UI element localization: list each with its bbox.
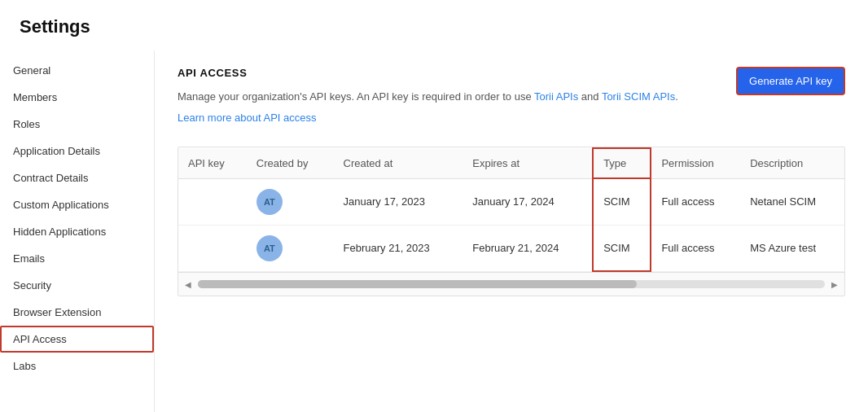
cell-description: MS Azure test (740, 225, 844, 271)
cell-created-at: January 17, 2023 (334, 178, 463, 225)
cell-created-by: AT (247, 178, 334, 225)
sidebar-item-roles[interactable]: Roles (0, 111, 154, 138)
scroll-left-arrow[interactable]: ◀ (178, 276, 198, 292)
sidebar-item-custom-applications[interactable]: Custom Applications (0, 191, 154, 218)
col-description: Description (740, 148, 844, 178)
section-title: API ACCESS (178, 67, 720, 79)
api-keys-table-wrapper: API key Created by Created at Expires at… (178, 147, 845, 296)
sidebar-item-contract-details[interactable]: Contract Details (0, 164, 154, 191)
scroll-track[interactable] (198, 280, 825, 288)
api-keys-table: API key Created by Created at Expires at… (178, 147, 844, 272)
header-row: API key Created by Created at Expires at… (178, 148, 844, 178)
cell-api-key (178, 225, 247, 271)
sidebar-item-members[interactable]: Members (0, 84, 154, 111)
sidebar-item-emails[interactable]: Emails (0, 245, 154, 272)
cell-permission: Full access (651, 225, 740, 271)
generate-api-key-button[interactable]: Generate API key (736, 67, 845, 95)
avatar: AT (256, 189, 283, 215)
sidebar-item-security[interactable]: Security (0, 272, 154, 299)
scroll-thumb (198, 280, 637, 288)
cell-created-at: February 21, 2023 (334, 225, 463, 271)
sidebar-item-labs[interactable]: Labs (0, 353, 154, 379)
sidebar-item-api-access[interactable]: API Access (0, 326, 154, 353)
description-part3: . (675, 90, 678, 103)
torii-scim-apis-link[interactable]: Torii SCIM APIs (602, 90, 675, 103)
learn-more-row: Learn more about API access (178, 110, 720, 126)
sidebar-item-hidden-applications[interactable]: Hidden Applications (0, 218, 154, 245)
table-row: ATJanuary 17, 2023January 17, 2024SCIMFu… (178, 178, 844, 225)
table-header: API key Created by Created at Expires at… (178, 148, 844, 178)
horizontal-scrollbar[interactable]: ◀ ▶ (178, 272, 844, 296)
header-row: API ACCESS Manage your organization's AP… (178, 67, 845, 130)
sidebar: GeneralMembersRolesApplication DetailsCo… (0, 50, 155, 412)
description-part2: and (578, 90, 602, 103)
page-title: Settings (0, 0, 868, 50)
cell-created-by: AT (247, 225, 334, 271)
description-part1: Manage your organization's API keys. An … (178, 90, 534, 103)
torii-apis-link[interactable]: Torii APIs (534, 90, 578, 103)
cell-type: SCIM (593, 225, 651, 271)
cell-permission: Full access (651, 178, 740, 225)
sidebar-item-general[interactable]: General (0, 57, 154, 84)
cell-api-key (178, 178, 247, 225)
sidebar-item-browser-extension[interactable]: Browser Extension (0, 299, 154, 326)
table-body: ATJanuary 17, 2023January 17, 2024SCIMFu… (178, 178, 844, 271)
col-type: Type (593, 148, 651, 178)
cell-description: Netanel SCIM (740, 178, 844, 225)
cell-expires-at: January 17, 2024 (462, 178, 593, 225)
col-permission: Permission (651, 148, 740, 178)
table-row: ATFebruary 21, 2023February 21, 2024SCIM… (178, 225, 844, 271)
scroll-right-arrow[interactable]: ▶ (825, 276, 844, 292)
avatar: AT (256, 235, 283, 261)
col-created-by: Created by (247, 148, 334, 178)
description-text: Manage your organization's API keys. An … (178, 89, 720, 105)
learn-more-link[interactable]: Learn more about API access (178, 112, 317, 124)
description-block: API ACCESS Manage your organization's AP… (178, 67, 720, 130)
main-content: API ACCESS Manage your organization's AP… (155, 50, 868, 412)
col-expires-at: Expires at (462, 148, 593, 178)
cell-expires-at: February 21, 2024 (462, 225, 593, 271)
col-created-at: Created at (334, 148, 463, 178)
sidebar-item-application-details[interactable]: Application Details (0, 138, 154, 164)
cell-type: SCIM (593, 178, 651, 225)
col-api-key: API key (178, 148, 247, 178)
